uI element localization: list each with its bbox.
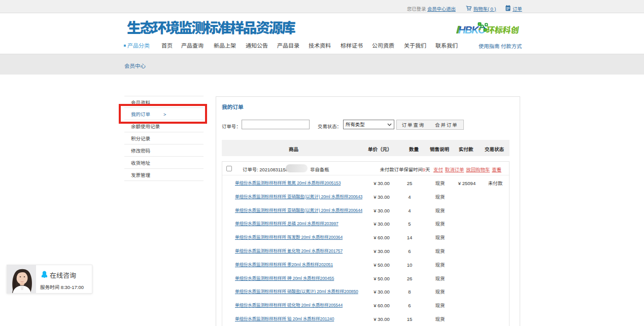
svg-text:环标科创: 环标科创 — [486, 23, 520, 35]
